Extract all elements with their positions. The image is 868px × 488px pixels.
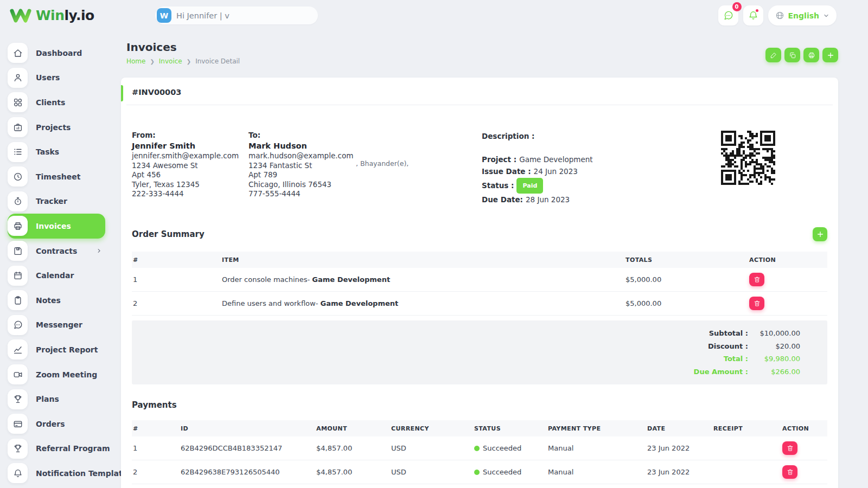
to-street: 1234 Fantastic St bbox=[248, 161, 356, 171]
language-selector[interactable]: English bbox=[768, 5, 837, 25]
add-button[interactable] bbox=[822, 48, 838, 62]
col-item: ITEM bbox=[222, 256, 626, 264]
trash-icon bbox=[754, 300, 761, 307]
totals-summary: Subtotal :$10,000.00 Discount :$20.00 To… bbox=[132, 320, 827, 384]
clock-icon bbox=[8, 166, 28, 187]
discount-label: Discount : bbox=[708, 342, 748, 350]
to-address: To: Mark Hudson mark.hudson@example.com … bbox=[248, 131, 356, 206]
sidebar-item-label: Plans bbox=[36, 395, 59, 403]
brand-logo[interactable]: Winly.io bbox=[0, 7, 114, 25]
description-label: Description : bbox=[482, 131, 721, 142]
sidebar-item-users[interactable]: Users bbox=[8, 66, 105, 91]
video-icon bbox=[8, 364, 28, 384]
row-total: $5,000.00 bbox=[626, 299, 749, 307]
row-total: $5,000.00 bbox=[626, 275, 749, 284]
delete-payment-button[interactable] bbox=[782, 465, 797, 479]
sidebar-item-notes[interactable]: Notes bbox=[8, 288, 105, 313]
clipboard-icon bbox=[8, 290, 28, 310]
user-menu[interactable]: W Hi Jennifer | v bbox=[155, 7, 318, 24]
sidebar-item-timesheet[interactable]: Timesheet bbox=[8, 164, 105, 189]
project-value: Game Development bbox=[519, 154, 592, 165]
total-label: Total : bbox=[724, 355, 748, 363]
avatar: W bbox=[157, 8, 171, 23]
printer-icon bbox=[8, 216, 28, 236]
sidebar-item-tasks[interactable]: Tasks bbox=[8, 139, 105, 164]
notifications-button[interactable] bbox=[743, 5, 763, 25]
chevron-right-icon bbox=[96, 248, 102, 254]
delete-payment-button[interactable] bbox=[782, 441, 797, 455]
delete-item-button[interactable] bbox=[749, 297, 764, 310]
row-num: 2 bbox=[132, 299, 222, 307]
to-phone: 777-555-4444 bbox=[248, 189, 356, 199]
issue-date-value: 24 Jun 2023 bbox=[534, 166, 578, 177]
due-date-value: 28 Jun 2023 bbox=[526, 194, 570, 206]
payment-num: 1 bbox=[132, 444, 181, 452]
payment-id: 62B429638E793126505440 bbox=[181, 468, 316, 476]
sidebar-item-label: Referral Program bbox=[36, 444, 110, 453]
row-item: Define users and workflow- Game Developm… bbox=[222, 299, 626, 307]
sidebar-item-invoices[interactable]: Invoices bbox=[8, 214, 105, 239]
from-email: jennifer.smith@example.com bbox=[132, 151, 248, 161]
sidebar-item-label: Timesheet bbox=[36, 172, 80, 181]
list-icon bbox=[8, 142, 28, 162]
messages-badge: 0 bbox=[732, 2, 742, 11]
sidebar-item-plans[interactable]: Plans bbox=[8, 387, 105, 412]
sidebar-item-tracker[interactable]: Tracker bbox=[8, 189, 105, 214]
payment-num: 2 bbox=[132, 468, 181, 476]
chat-icon bbox=[8, 315, 28, 335]
col-num: # bbox=[132, 256, 222, 264]
breadcrumb-invoice[interactable]: Invoice bbox=[159, 57, 182, 65]
main-content: Invoices Home ❯ Invoice ❯ Invoice Detail bbox=[114, 31, 868, 488]
col-amount: AMOUNT bbox=[316, 425, 391, 432]
from-apt: Apt 456 bbox=[132, 170, 248, 180]
total-value: $9,980.00 bbox=[748, 355, 800, 363]
add-item-button[interactable] bbox=[813, 227, 827, 241]
sidebar-item-contracts[interactable]: Contracts bbox=[8, 239, 105, 264]
user-icon bbox=[8, 68, 28, 88]
sidebar-item-project-report[interactable]: Project Report bbox=[8, 337, 105, 362]
brand-mark-icon bbox=[9, 7, 33, 25]
col-action: ACTION bbox=[782, 425, 820, 432]
sidebar-item-projects[interactable]: Projects bbox=[8, 115, 105, 140]
calendar-icon bbox=[8, 266, 28, 286]
edit-button[interactable] bbox=[765, 48, 781, 62]
print-button[interactable] bbox=[803, 48, 819, 62]
payment-id: 62B4296DCCB4B183352147 bbox=[181, 444, 316, 452]
col-num: # bbox=[132, 425, 181, 432]
save-icon bbox=[8, 241, 28, 261]
sidebar-item-zoom-meeting[interactable]: Zoom Meeting bbox=[8, 362, 105, 387]
sidebar-item-dashboard[interactable]: Dashboard bbox=[8, 41, 105, 66]
invoice-number: #INV00003 bbox=[132, 88, 827, 97]
stray-address-text: , Bhayander(e), bbox=[356, 131, 482, 206]
sidebar-item-referral-program[interactable]: Referral Program bbox=[8, 436, 105, 461]
col-totals: TOTALS bbox=[626, 256, 749, 264]
trophy-icon bbox=[8, 439, 28, 459]
delete-item-button[interactable] bbox=[749, 273, 764, 286]
plus-icon bbox=[816, 230, 824, 238]
briefcase-icon bbox=[8, 117, 28, 137]
globe-icon bbox=[775, 11, 784, 20]
payment-amount: $4,857.00 bbox=[316, 444, 391, 452]
sidebar-item-calendar[interactable]: Calendar bbox=[8, 263, 105, 288]
sidebar-item-orders[interactable]: Orders bbox=[8, 412, 105, 436]
copy-icon bbox=[789, 52, 796, 59]
row-item: Order console machines- Game Development bbox=[222, 275, 626, 284]
discount-value: $20.00 bbox=[748, 342, 800, 350]
brand-name: Winly.io bbox=[36, 8, 94, 23]
payment-date: 23 Jun 2022 bbox=[647, 444, 713, 452]
plus-icon bbox=[827, 52, 834, 59]
col-status: STATUS bbox=[474, 425, 548, 432]
duplicate-button[interactable] bbox=[784, 48, 800, 62]
credit-card-icon bbox=[8, 414, 28, 434]
sidebar-item-clients[interactable]: Clients bbox=[8, 90, 105, 115]
sidebar-item-label: Calendar bbox=[36, 271, 74, 280]
breadcrumb-home[interactable]: Home bbox=[126, 57, 145, 65]
sidebar-item-messenger[interactable]: Messenger bbox=[8, 313, 105, 338]
sidebar-item-notification-template[interactable]: Notification Template bbox=[8, 461, 105, 486]
breadcrumb-separator: ❯ bbox=[150, 59, 154, 65]
invoice-detail-card: #INV00003 From: Jennifer Smith jennifer.… bbox=[121, 78, 838, 488]
from-name: Jennifer Smith bbox=[132, 142, 248, 151]
messages-button[interactable]: 0 bbox=[718, 5, 738, 25]
sidebar-item-label: Tasks bbox=[36, 147, 59, 156]
sidebar-item-label: Invoices bbox=[36, 222, 71, 230]
